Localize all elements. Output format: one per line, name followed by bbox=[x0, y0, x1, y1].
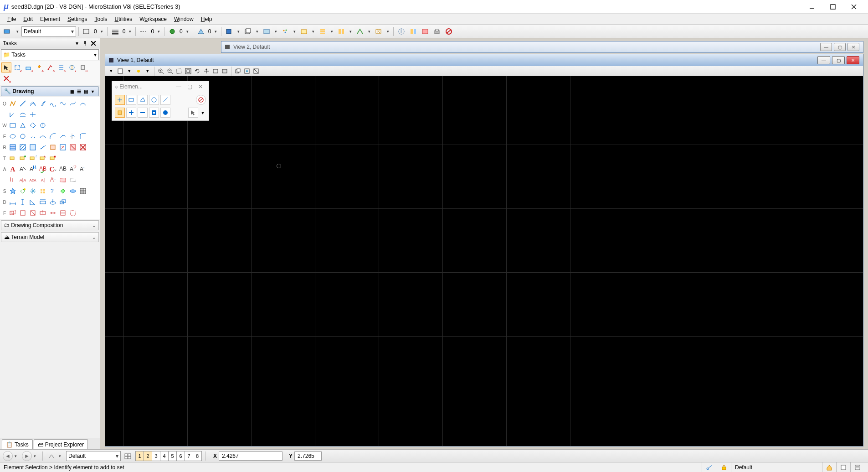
view-1-titlebar[interactable]: View 1, Default — ▢ ✕ bbox=[105, 54, 863, 66]
place-bspline-icon[interactable] bbox=[58, 99, 67, 108]
tasks-collapse-icon[interactable]: ▾ bbox=[73, 40, 81, 47]
text-tool-a1[interactable]: I↓ bbox=[8, 176, 17, 185]
tag-tool-3[interactable]: ? bbox=[28, 154, 37, 163]
linestyle2-dropdown[interactable]: ▾ bbox=[156, 26, 162, 36]
active-level-box[interactable]: Default bbox=[731, 462, 822, 472]
sel-disable-icon[interactable] bbox=[196, 95, 206, 105]
measure-tool-2[interactable] bbox=[18, 197, 27, 207]
view-num-5[interactable]: 5 bbox=[169, 451, 177, 461]
status-changes-icon[interactable] bbox=[836, 462, 850, 472]
view-2-titlebar[interactable]: View 2, Default — ▢ ✕ bbox=[221, 41, 863, 53]
window-area-icon[interactable] bbox=[175, 67, 183, 75]
delete-pattern-icon[interactable] bbox=[68, 143, 77, 152]
status-dgn-icon[interactable] bbox=[850, 462, 864, 472]
element-selection-maximize[interactable]: ▢ bbox=[184, 83, 195, 90]
text-tool-a7[interactable] bbox=[68, 176, 77, 185]
display-text-icon[interactable]: Cc bbox=[48, 165, 57, 174]
edit-text-icon[interactable]: AB bbox=[28, 165, 37, 174]
nav-back-button[interactable]: ◄ bbox=[3, 451, 13, 461]
tab-tasks[interactable]: 📋Tasks bbox=[2, 439, 33, 449]
match-text-icon[interactable]: ABC bbox=[58, 165, 67, 174]
snap-mode-box[interactable] bbox=[702, 462, 717, 472]
cell-tool-3[interactable] bbox=[28, 187, 37, 196]
savedviews-button[interactable] bbox=[298, 26, 309, 36]
active-level-select[interactable]: Default bbox=[21, 26, 76, 36]
fillet-icon[interactable] bbox=[78, 132, 87, 141]
text-tool-a3[interactable]: A2A bbox=[28, 176, 37, 185]
tasks-pin-icon[interactable] bbox=[82, 40, 89, 47]
copy-view-icon[interactable] bbox=[234, 67, 242, 75]
view-1-canvas[interactable]: ⟐ Elemen... — ▢ ✕ bbox=[105, 76, 863, 446]
models-button[interactable] bbox=[224, 26, 235, 36]
x-coordinate-input[interactable] bbox=[219, 451, 282, 461]
menu-edit[interactable]: Edit bbox=[20, 15, 36, 24]
sel-method-clear-icon[interactable] bbox=[160, 108, 170, 118]
view-next-icon[interactable] bbox=[221, 67, 229, 75]
place-shape-icon[interactable] bbox=[18, 121, 27, 130]
menu-workspace[interactable]: Workspace bbox=[136, 15, 170, 24]
tag-tool-5[interactable] bbox=[48, 154, 57, 163]
levels-dropdown[interactable]: ▾ bbox=[329, 26, 335, 36]
locks-box[interactable] bbox=[717, 462, 731, 472]
sel-method-new-icon[interactable] bbox=[115, 108, 125, 118]
menu-file[interactable]: File bbox=[4, 15, 20, 24]
linestyle-dropdown[interactable]: ▾ bbox=[99, 26, 105, 36]
element-selection-close[interactable]: ✕ bbox=[195, 83, 206, 90]
explorer-button[interactable] bbox=[408, 26, 419, 36]
measure-tool-4[interactable] bbox=[38, 197, 47, 207]
crosshatch-icon[interactable] bbox=[28, 143, 37, 152]
y-coordinate-input[interactable] bbox=[294, 451, 322, 461]
lineweight-dropdown[interactable]: ▾ bbox=[127, 26, 133, 36]
view-1-close[interactable]: ✕ bbox=[847, 56, 859, 64]
modify-tool-7[interactable] bbox=[68, 208, 77, 218]
cell-tool-6[interactable] bbox=[58, 187, 67, 196]
viewmode-panel-icon[interactable]: ▤ bbox=[82, 88, 89, 94]
models-dropdown[interactable]: ▾ bbox=[236, 26, 241, 36]
transparency-icon[interactable] bbox=[195, 26, 206, 36]
accudraw-button[interactable] bbox=[354, 26, 365, 36]
menu-element[interactable]: Element bbox=[36, 15, 64, 24]
view-num-2[interactable]: 2 bbox=[144, 451, 152, 461]
keyin-button[interactable]: k bbox=[373, 26, 384, 36]
partial-delete-icon[interactable] bbox=[68, 132, 77, 141]
raster-dropdown[interactable]: ▾ bbox=[273, 26, 279, 36]
savedviews-dropdown[interactable]: ▾ bbox=[310, 26, 316, 36]
place-circle2-icon[interactable] bbox=[18, 132, 27, 141]
cell-tool-4[interactable] bbox=[38, 187, 47, 196]
maximize-button[interactable] bbox=[822, 0, 843, 14]
print-button[interactable] bbox=[431, 26, 442, 36]
menu-utilities[interactable]: Utilities bbox=[111, 15, 136, 24]
sel-method-add-icon[interactable] bbox=[126, 108, 136, 118]
place-line-icon[interactable] bbox=[18, 99, 27, 108]
cell-tool-7[interactable] bbox=[68, 187, 77, 196]
active-color-dropdown[interactable]: ▾ bbox=[15, 26, 21, 36]
view-attributes-icon[interactable]: ▾ bbox=[107, 67, 115, 75]
measure-tool-5[interactable] bbox=[48, 197, 57, 207]
menu-window[interactable]: Window bbox=[170, 15, 197, 24]
modify-arc-icon[interactable] bbox=[58, 132, 67, 141]
pan-view-icon[interactable] bbox=[202, 67, 211, 75]
place-ellipse-icon[interactable] bbox=[8, 132, 17, 141]
view-num-6[interactable]: 6 bbox=[177, 451, 185, 461]
close-button[interactable] bbox=[843, 0, 864, 14]
zoom-out-icon[interactable] bbox=[166, 67, 174, 75]
sel-handles-icon[interactable] bbox=[188, 108, 198, 118]
element-selection-minimize[interactable]: — bbox=[173, 83, 184, 90]
view-num-1[interactable]: 1 bbox=[136, 451, 144, 461]
leveldisplay-dropdown[interactable]: ▾ bbox=[348, 26, 354, 36]
info-button[interactable]: i bbox=[396, 26, 407, 36]
text-tool-a4[interactable]: A| bbox=[38, 176, 47, 185]
text-tool-a2[interactable]: A|A bbox=[18, 176, 27, 185]
sel-block-icon[interactable] bbox=[126, 95, 136, 105]
place-text-icon[interactable]: A bbox=[8, 165, 17, 174]
place-arc-icon[interactable] bbox=[78, 99, 87, 108]
adjust-brightness-icon[interactable] bbox=[134, 67, 143, 75]
construct-min-icon[interactable] bbox=[18, 110, 27, 119]
place-block-icon[interactable] bbox=[8, 121, 17, 130]
modify-tool-1[interactable] bbox=[8, 208, 17, 218]
linestyle2-icon[interactable] bbox=[138, 26, 149, 36]
view-2-close[interactable]: ✕ bbox=[847, 43, 859, 51]
active-color-button[interactable] bbox=[2, 26, 14, 36]
view-group-icon[interactable] bbox=[46, 451, 57, 461]
cell-tool-5[interactable]: ? bbox=[48, 187, 57, 196]
